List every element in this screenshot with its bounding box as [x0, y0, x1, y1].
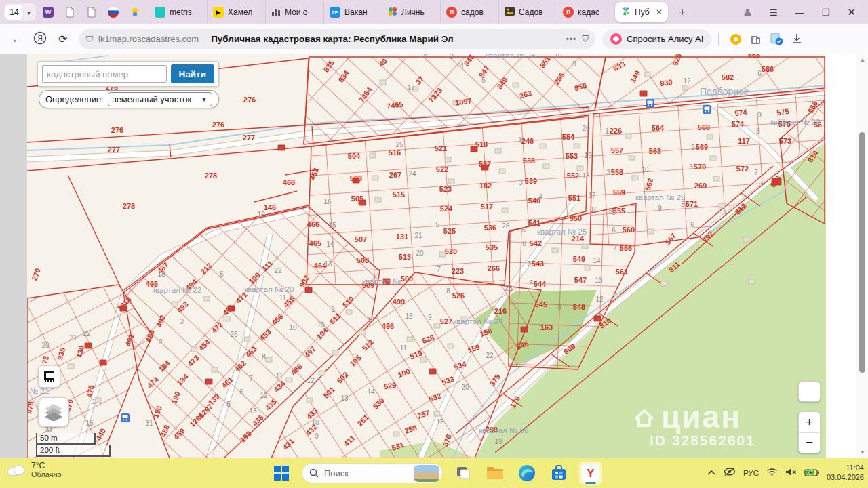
- word-pinned-tab[interactable]: W: [41, 5, 55, 19]
- start-button[interactable]: [270, 462, 293, 485]
- ask-alice-button[interactable]: Спросить Алису AI: [602, 29, 711, 49]
- profile-avatar-icon[interactable]: 👤︎: [743, 7, 752, 18]
- tab-metris[interactable]: metris: [149, 1, 207, 24]
- wifi-icon[interactable]: [766, 467, 778, 479]
- lot-number-label: 3: [450, 54, 454, 60]
- zoom-out-button[interactable]: −: [799, 433, 820, 453]
- scrollbar-thumb[interactable]: [859, 132, 865, 373]
- task-view-button[interactable]: [452, 462, 475, 485]
- translate-sync-icon[interactable]: [766, 33, 787, 46]
- downloads-icon[interactable]: [787, 33, 807, 45]
- page-left-margin: [0, 54, 27, 458]
- hidden-eye-icon[interactable]: [724, 467, 736, 479]
- parcel-number-label: 498: [382, 322, 394, 330]
- find-button[interactable]: Найти: [171, 64, 214, 83]
- close-window-button[interactable]: ✕: [847, 6, 856, 18]
- parcel-number-label: 524: [440, 205, 453, 213]
- definition-select[interactable]: земельный участок ▼: [108, 92, 212, 106]
- tab-active-map[interactable]: Пуб ✕: [615, 2, 668, 22]
- lot-number-label: 12: [683, 77, 691, 85]
- volume-muted-icon[interactable]: [785, 467, 797, 479]
- lot-number-label: 25: [395, 141, 403, 148]
- zoom-in-button[interactable]: +: [799, 412, 820, 433]
- parcel-number-label: 276: [111, 126, 123, 134]
- more-icon[interactable]: •••: [566, 35, 577, 44]
- maximize-button[interactable]: ❐: [822, 7, 830, 18]
- parcel-number-label: 131: [396, 232, 408, 241]
- lot-number-label: 9: [557, 304, 561, 311]
- lot-number-label: 12: [260, 392, 268, 399]
- fullscreen-button[interactable]: [798, 381, 821, 402]
- new-tab-button[interactable]: +: [673, 3, 691, 21]
- screen: 14 ▾ W metris ▶ Хамел Мои о ГР Вакан: [0, 0, 868, 488]
- ms-store-button[interactable]: [547, 462, 570, 485]
- parcel-number-label: 515: [393, 190, 405, 199]
- quarter-label: квартал № 29: [770, 118, 820, 126]
- chevron-down-icon[interactable]: ▾: [23, 9, 35, 16]
- lot-number-label: 1: [605, 127, 609, 135]
- yandex-home-button[interactable]: Я: [28, 31, 52, 47]
- scroll-down-icon[interactable]: ▼: [856, 449, 868, 455]
- tab-label: metris: [170, 7, 192, 17]
- back-button[interactable]: ←: [5, 33, 28, 45]
- russia-flag-pinned-tab[interactable]: [106, 5, 120, 19]
- yandex-plus-icon[interactable]: [726, 33, 746, 45]
- image-favicon: [505, 7, 515, 18]
- system-tray: РУС 11:04 03.04.2026: [707, 458, 864, 488]
- search-icon: [309, 468, 319, 478]
- lot-number-label: 28: [502, 222, 510, 230]
- minimize-button[interactable]: —: [795, 7, 804, 18]
- tab-sadov-1[interactable]: Я садов: [440, 1, 498, 24]
- lot-number-label: 5: [226, 401, 231, 408]
- quarter-label: квартал № 56: [479, 426, 528, 434]
- lot-number-label: 8: [262, 353, 266, 361]
- scroll-up-icon[interactable]: ▲: [856, 57, 868, 63]
- file-explorer-button[interactable]: [484, 462, 507, 485]
- tab-counter[interactable]: 14 ▾: [4, 3, 36, 21]
- clock-widget[interactable]: 11:04 03.04.2026: [827, 464, 864, 483]
- parcel-number-label: 523: [439, 185, 452, 193]
- tab-kadas[interactable]: Я кадас: [557, 1, 615, 24]
- taskbar-search[interactable]: Поиск: [302, 463, 443, 483]
- chevron-down-icon: ▼: [201, 96, 208, 103]
- parcel-number-label: 465: [309, 239, 321, 247]
- layers-button[interactable]: [38, 397, 69, 427]
- parcel-number-label: 557: [611, 146, 623, 155]
- tab-moi[interactable]: Мои о: [265, 1, 323, 24]
- weather-widget[interactable]: 7°C Облачно: [5, 461, 62, 479]
- lot-number-label: 12: [595, 296, 604, 303]
- tab-hamel[interactable]: ▶ Хамел: [207, 1, 265, 24]
- close-tab-icon[interactable]: ✕: [656, 7, 663, 17]
- tab-sadov-2[interactable]: Садов: [498, 1, 557, 24]
- svg-text:Y: Y: [587, 467, 595, 480]
- tab-lichn[interactable]: Личнь: [382, 1, 440, 24]
- extensions-icon[interactable]: [746, 33, 766, 45]
- cadastral-map[interactable]: 2762762762762772772782784681468358347464…: [27, 54, 826, 458]
- parcel-number-label: 503: [350, 174, 362, 182]
- measure-tool-button[interactable]: [38, 365, 60, 388]
- cadastral-number-input[interactable]: [42, 65, 167, 83]
- lot-number-label: 19: [257, 211, 265, 218]
- address-bar[interactable]: 🛡︎ ik1map.roscadastres.com Публичная кад…: [79, 29, 595, 49]
- tray-chevron-icon[interactable]: [707, 467, 716, 479]
- language-indicator[interactable]: РУС: [743, 469, 759, 477]
- parcel-number-label: 525: [443, 227, 456, 235]
- menu-icon[interactable]: ☰: [770, 7, 778, 18]
- page-scrollbar[interactable]: ▲ ▼: [856, 54, 868, 458]
- page-title: Публичная кадастровая карта: Республика …: [211, 34, 561, 44]
- bee-pinned-tab[interactable]: [128, 5, 142, 19]
- yandex-browser-button[interactable]: Y: [579, 462, 602, 485]
- parcel-number-label: 468: [283, 178, 295, 186]
- lot-number-label: 6: [690, 221, 694, 228]
- document-pinned-tab-2[interactable]: [85, 5, 98, 19]
- bookmark-icon[interactable]: ⛉: [582, 34, 589, 45]
- lot-number-label: 11: [400, 344, 408, 352]
- document-pinned-tab[interactable]: [63, 5, 77, 19]
- edge-browser-button[interactable]: [515, 462, 538, 485]
- battery-charging-icon[interactable]: [804, 467, 819, 479]
- parcel-number-label: 575: [776, 107, 790, 117]
- reload-button[interactable]: ⟳: [52, 33, 75, 45]
- tab-vacan[interactable]: ГР Вакан: [323, 1, 382, 24]
- lot-number-label: 9: [315, 432, 319, 440]
- lot-number-label: 26: [230, 331, 238, 338]
